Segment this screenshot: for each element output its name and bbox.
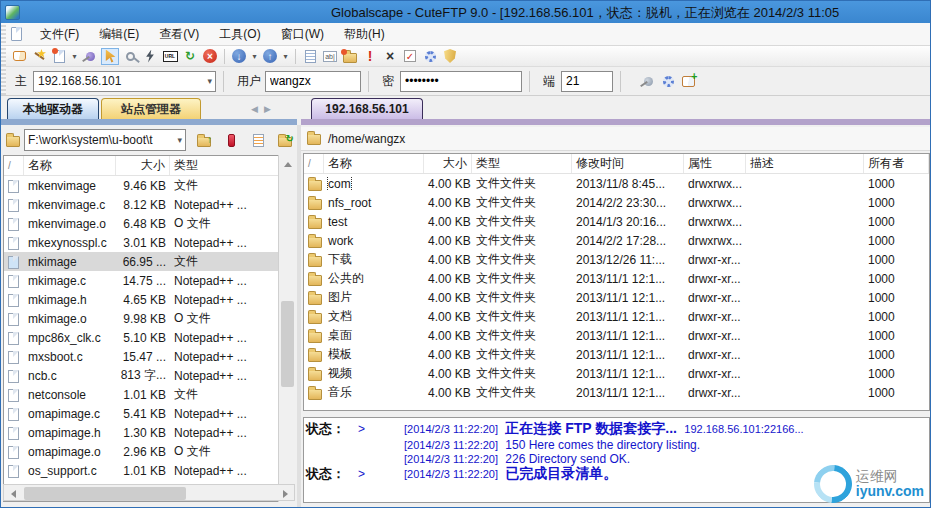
- bookmark-icon[interactable]: [222, 132, 240, 149]
- scroll-right-icon[interactable]: [277, 485, 294, 502]
- local-file-row[interactable]: mkenvimage.c 8.12 KB Notepad++ ...: [4, 195, 294, 214]
- column-header-type[interactable]: 类型: [472, 154, 572, 173]
- local-file-row[interactable]: os_support.c 1.01 KB Notepad++ ...: [4, 461, 294, 480]
- connect-plug-icon[interactable]: [639, 73, 657, 90]
- column-header-icon[interactable]: /: [4, 156, 24, 175]
- local-horizontal-scrollbar[interactable]: [3, 484, 295, 501]
- local-file-row[interactable]: mkimage.o 9.98 KB O 文件: [4, 309, 294, 328]
- remote-file-row[interactable]: nfs_root 4.00 KB 文件文件夹 2014/2/2 23:30...…: [304, 193, 929, 212]
- tab-scroll-arrows[interactable]: ◀▶: [251, 104, 277, 114]
- tab-remote-host[interactable]: 192.168.56.101: [311, 98, 423, 119]
- tab-site-manager[interactable]: 站点管理器: [101, 98, 201, 119]
- local-file-row[interactable]: mxsboot.c 15.47 ... Notepad++ ...: [4, 347, 294, 366]
- remote-file-row[interactable]: 公共的 4.00 KB 文件文件夹 2013/11/1 12:1... drwx…: [304, 269, 929, 288]
- local-file-row[interactable]: ncb.c 813 字... Notepad++ ...: [4, 366, 294, 385]
- remote-file-row[interactable]: 下载 4.00 KB 文件文件夹 2013/12/26 11:... drwxr…: [304, 250, 929, 269]
- local-file-row[interactable]: omapimage.o 2.96 KB O 文件: [4, 442, 294, 461]
- local-file-row[interactable]: mkenvimage.o 6.48 KB O 文件: [4, 214, 294, 233]
- remote-file-row[interactable]: 视频 4.00 KB 文件文件夹 2013/11/1 12:1... drwxr…: [304, 364, 929, 383]
- remote-file-row[interactable]: 图片 4.00 KB 文件文件夹 2013/11/1 12:1... drwxr…: [304, 288, 929, 307]
- folder-attrs: drwxr-xr...: [684, 272, 746, 286]
- menu-item[interactable]: 编辑(E): [89, 23, 149, 46]
- new-document-dropdown-icon[interactable]: ▾: [70, 48, 79, 65]
- remote-file-row[interactable]: work 4.00 KB 文件文件夹 2014/2/2 17:28... drw…: [304, 231, 929, 250]
- settings-gear-icon[interactable]: [421, 48, 439, 65]
- remote-file-row[interactable]: 音乐 4.00 KB 文件文件夹 2013/11/1 12:1... drwxr…: [304, 383, 929, 402]
- priority-icon[interactable]: !: [361, 48, 379, 65]
- local-file-row[interactable]: mkenvimage 9.46 KB 文件: [4, 176, 294, 195]
- delete-icon[interactable]: ×: [381, 48, 399, 65]
- url-icon[interactable]: URL: [161, 48, 179, 65]
- download-dropdown-icon[interactable]: ▾: [250, 48, 259, 65]
- local-file-row[interactable]: mpc86x_clk.c 5.10 KB Notepad++ ...: [4, 328, 294, 347]
- column-header-desc[interactable]: 描述: [746, 154, 864, 173]
- local-path-combobox[interactable]: F:\work\system\u-boot\t ▾: [24, 129, 186, 151]
- remote-file-row[interactable]: 文档 4.00 KB 文件文件夹 2013/11/1 12:1... drwxr…: [304, 307, 929, 326]
- transfer-queue-icon[interactable]: [301, 48, 319, 65]
- user-input[interactable]: [265, 71, 361, 92]
- column-header-size[interactable]: 大小: [424, 154, 472, 173]
- stop-icon[interactable]: ×: [201, 48, 219, 65]
- connection-wizard-icon[interactable]: [30, 48, 48, 65]
- local-file-row[interactable]: mkexynosspl.c 3.01 KB Notepad++ ...: [4, 233, 294, 252]
- folder-name: 图片: [328, 290, 352, 304]
- column-header-name[interactable]: 名称: [324, 154, 424, 173]
- column-header-type[interactable]: 类型: [170, 156, 294, 175]
- settings-gear-icon[interactable]: [659, 73, 677, 90]
- column-header-name[interactable]: 名称: [24, 156, 116, 175]
- scroll-up-icon[interactable]: [279, 155, 296, 172]
- new-document-icon[interactable]: [50, 48, 68, 65]
- verify-icon[interactable]: ✓: [401, 48, 419, 65]
- site-manager-icon[interactable]: [10, 48, 28, 65]
- chevron-down-icon[interactable]: ▾: [177, 135, 182, 145]
- remote-file-row[interactable]: com 4.00 KB 文件文件夹 2013/11/8 8:45... drwx…: [304, 174, 929, 193]
- host-combobox[interactable]: 192.168.56.101 ▾: [33, 71, 216, 92]
- rename-icon[interactable]: ab|: [321, 48, 339, 65]
- menu-item[interactable]: 工具(O): [209, 23, 270, 46]
- column-header-modified[interactable]: 修改时间: [572, 154, 684, 173]
- local-file-row[interactable]: omapimage.h 1.30 KB Notepad++ ...: [4, 423, 294, 442]
- refresh-icon[interactable]: ↻: [181, 48, 199, 65]
- remote-file-row[interactable]: 桌面 4.00 KB 文件文件夹 2013/11/1 12:1... drwxr…: [304, 326, 929, 345]
- scrollbar-thumb[interactable]: [24, 487, 186, 500]
- security-shield-icon[interactable]: [441, 48, 459, 65]
- menu-item[interactable]: 文件(F): [30, 23, 89, 46]
- new-folder-icon[interactable]: [341, 48, 359, 65]
- menu-item[interactable]: 窗口(W): [271, 23, 334, 46]
- local-file-row[interactable]: netconsole 1.01 KB 文件: [4, 385, 294, 404]
- password-input[interactable]: [400, 71, 522, 92]
- local-file-row[interactable]: mkimage.h 4.65 KB Notepad++ ...: [4, 290, 294, 309]
- reconnect-icon[interactable]: [121, 48, 139, 65]
- local-file-row[interactable]: mkimage.c 14.75 ... Notepad++ ...: [4, 271, 294, 290]
- column-header-icon[interactable]: /: [304, 154, 324, 173]
- up-directory-icon[interactable]: [195, 132, 213, 149]
- file-size: 1.01 KB: [116, 464, 170, 478]
- log-suffix: 192.168.56.101:22166...: [684, 423, 803, 435]
- upload-dropdown-icon[interactable]: ▾: [281, 48, 290, 65]
- disconnect-icon[interactable]: [141, 48, 159, 65]
- watermark: 运维网 iyunv.com: [814, 465, 924, 503]
- menu-item[interactable]: 查看(V): [149, 23, 209, 46]
- scroll-left-icon[interactable]: [4, 485, 21, 502]
- tab-local-drives[interactable]: 本地驱动器: [7, 98, 99, 119]
- menu-item[interactable]: 帮助(H): [334, 23, 395, 46]
- view-document-icon[interactable]: [249, 132, 267, 149]
- remote-file-row[interactable]: test 4.00 KB 文件文件夹 2014/1/3 20:16... drw…: [304, 212, 929, 231]
- refresh-folder-icon[interactable]: [276, 132, 294, 149]
- pointer-select-icon[interactable]: [101, 48, 119, 65]
- local-file-row[interactable]: mkimage 66.95 ... 文件: [4, 252, 294, 271]
- port-input[interactable]: [561, 71, 613, 92]
- folder-icon: [308, 199, 322, 210]
- chevron-down-icon[interactable]: ▾: [207, 76, 212, 86]
- column-header-size[interactable]: 大小: [116, 156, 170, 175]
- column-header-attrs[interactable]: 属性: [684, 154, 746, 173]
- remote-file-row[interactable]: 模板 4.00 KB 文件文件夹 2013/11/1 12:1... drwxr…: [304, 345, 929, 364]
- quick-connect-icon[interactable]: [81, 48, 99, 65]
- scrollbar-thumb[interactable]: [281, 301, 294, 387]
- local-vertical-scrollbar[interactable]: [278, 155, 295, 502]
- local-file-row[interactable]: omapimage.c 5.41 KB Notepad++ ...: [4, 404, 294, 423]
- column-header-owner[interactable]: 所有者: [864, 154, 929, 173]
- upload-icon[interactable]: ↑: [261, 48, 279, 65]
- add-site-book-icon[interactable]: [679, 73, 697, 90]
- download-icon[interactable]: ↓: [230, 48, 248, 65]
